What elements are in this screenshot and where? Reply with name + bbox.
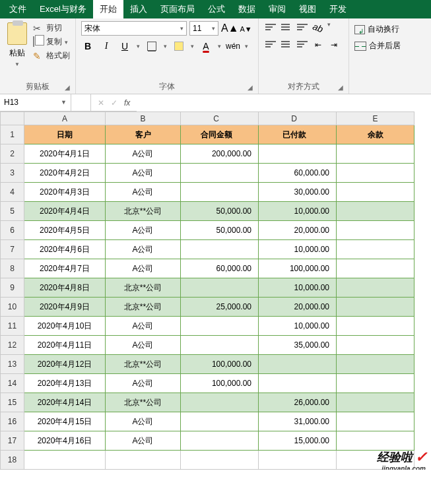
row-header[interactable]: 5 [1, 202, 24, 221]
cell[interactable]: 2020年4月9日 [24, 298, 106, 317]
increase-indent-button[interactable]: ⇥ [327, 38, 341, 51]
cell[interactable] [181, 393, 259, 412]
cut-button[interactable]: ✂ 剪切 [33, 22, 70, 34]
cell[interactable]: 31,000.00 [259, 412, 337, 431]
cell[interactable] [337, 221, 414, 240]
row-header[interactable]: 14 [1, 374, 24, 393]
row-header[interactable]: 15 [1, 393, 24, 412]
cell[interactable] [181, 183, 259, 202]
dialog-launcher-icon[interactable]: ◢ [248, 84, 253, 91]
table-row[interactable]: 1日期客户合同金额已付款余款 [1, 125, 414, 144]
cell[interactable]: 20,000.00 [259, 298, 337, 317]
chevron-down-icon[interactable]: ▾ [191, 43, 194, 49]
align-top-button[interactable] [264, 21, 277, 33]
cell[interactable]: 2020年4月16日 [24, 431, 106, 451]
cell[interactable]: 50,000.00 [181, 202, 259, 221]
cell[interactable] [337, 259, 414, 278]
table-row[interactable]: 102020年4月9日北京**公司25,000.0020,000.00 [1, 298, 414, 317]
cell[interactable] [337, 431, 414, 451]
cell[interactable]: 100,000.00 [259, 259, 337, 278]
cell[interactable] [181, 317, 259, 336]
row-header[interactable]: 2 [1, 144, 24, 164]
col-header[interactable]: A [24, 112, 106, 125]
cell[interactable] [337, 144, 414, 164]
row-header[interactable]: 7 [1, 240, 24, 259]
italic-button[interactable]: I [100, 40, 113, 53]
menu-item-4[interactable]: 页面布局 [154, 0, 201, 18]
menu-item-5[interactable]: 公式 [201, 0, 232, 18]
cell[interactable]: 50,000.00 [181, 221, 259, 240]
row-header[interactable]: 10 [1, 298, 24, 317]
table-row[interactable]: 62020年4月5日A公司50,000.0020,000.00 [1, 221, 414, 240]
table-row[interactable]: 92020年4月8日北京**公司10,000.00 [1, 278, 414, 298]
cell[interactable] [24, 451, 106, 470]
cell[interactable]: 2020年4月10日 [24, 317, 106, 336]
cell[interactable]: A公司 [106, 144, 181, 164]
align-center-button[interactable] [280, 38, 293, 50]
cell[interactable]: 已付款 [259, 125, 337, 144]
row-header[interactable]: 18 [1, 451, 24, 470]
row-header[interactable]: 17 [1, 431, 24, 451]
merge-center-button[interactable]: 合并后居 [354, 40, 401, 51]
menu-item-0[interactable]: 文件 [3, 0, 33, 18]
cell[interactable] [259, 451, 337, 470]
row-header[interactable]: 3 [1, 164, 24, 183]
align-right-button[interactable] [296, 38, 309, 50]
col-header[interactable]: E [337, 112, 414, 125]
font-color-button[interactable]: A [199, 40, 213, 53]
cell[interactable] [337, 374, 414, 393]
row-header[interactable]: 16 [1, 412, 24, 431]
cell[interactable]: 10,000.00 [259, 240, 337, 259]
cell[interactable]: 20,000.00 [259, 221, 337, 240]
decrease-font-icon[interactable]: A▼ [240, 25, 252, 33]
col-header[interactable]: B [106, 112, 181, 125]
cell[interactable]: 2020年4月12日 [24, 355, 106, 374]
cell[interactable] [337, 298, 414, 317]
cell[interactable]: 2020年4月11日 [24, 336, 106, 355]
chevron-down-icon[interactable]: ▾ [218, 43, 221, 49]
cell[interactable]: 北京**公司 [106, 298, 181, 317]
cell[interactable]: 余款 [337, 125, 414, 144]
cell[interactable] [181, 431, 259, 451]
menu-item-3[interactable]: 插入 [123, 0, 154, 18]
cancel-icon[interactable]: ✕ [98, 98, 104, 108]
cell[interactable]: 25,000.00 [181, 298, 259, 317]
cell[interactable] [181, 164, 259, 183]
col-header[interactable]: D [259, 112, 337, 125]
table-row[interactable]: 82020年4月7日A公司60,000.00100,000.00 [1, 259, 414, 278]
cell[interactable]: A公司 [106, 240, 181, 259]
table-row[interactable]: 32020年4月2日A公司60,000.00 [1, 164, 414, 183]
table-row[interactable]: 72020年4月6日A公司10,000.00 [1, 240, 414, 259]
cell[interactable]: 2020年4月5日 [24, 221, 106, 240]
cell[interactable]: 100,000.00 [181, 374, 259, 393]
cell[interactable]: 2020年4月15日 [24, 412, 106, 431]
cell[interactable] [337, 183, 414, 202]
copy-button[interactable]: 复制 ▾ [33, 36, 70, 47]
cell[interactable]: 2020年4月3日 [24, 183, 106, 202]
spreadsheet-grid[interactable]: A B C D E 1日期客户合同金额已付款余款22020年4月1日A公司200… [0, 111, 414, 470]
col-header[interactable]: C [181, 112, 259, 125]
menu-item-2[interactable]: 开始 [93, 0, 123, 18]
table-row[interactable]: 162020年4月15日A公司31,000.00 [1, 412, 414, 431]
cell[interactable]: 北京**公司 [106, 202, 181, 221]
row-header[interactable]: 1 [1, 125, 24, 144]
cell[interactable]: 2020年4月8日 [24, 278, 106, 298]
cell[interactable]: 北京**公司 [106, 393, 181, 412]
align-middle-button[interactable] [280, 21, 293, 33]
confirm-icon[interactable]: ✓ [111, 98, 117, 108]
cell[interactable] [337, 317, 414, 336]
dialog-launcher-icon[interactable]: ◢ [338, 84, 343, 91]
cell[interactable]: 2020年4月2日 [24, 164, 106, 183]
cell[interactable]: A公司 [106, 317, 181, 336]
cell[interactable]: 35,000.00 [259, 336, 337, 355]
font-name-select[interactable]: 宋体 ▾ [81, 21, 187, 36]
dialog-launcher-icon[interactable]: ◢ [65, 84, 70, 91]
table-row[interactable]: 22020年4月1日A公司200,000.00 [1, 144, 414, 164]
table-row[interactable]: 52020年4月4日北京**公司50,000.0010,000.00 [1, 202, 414, 221]
cell[interactable]: 2020年4月7日 [24, 259, 106, 278]
table-row[interactable]: 152020年4月14日北京**公司26,000.00 [1, 393, 414, 412]
cell[interactable]: 10,000.00 [259, 317, 337, 336]
decrease-indent-button[interactable]: ⇤ [312, 38, 325, 51]
cell[interactable] [337, 393, 414, 412]
cell[interactable]: 30,000.00 [259, 183, 337, 202]
